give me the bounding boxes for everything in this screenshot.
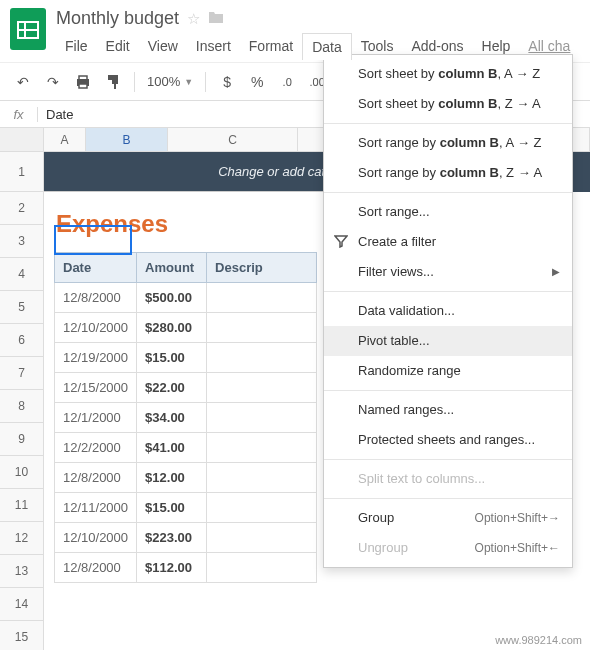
cell-description[interactable] [207,463,317,493]
sheets-logo-icon [10,8,46,50]
table-row[interactable]: 12/10/2000$223.00 [55,523,317,553]
menu-filter-views[interactable]: Filter views... ▶ [324,257,572,287]
cell-date[interactable]: 12/11/2000 [55,493,137,523]
paint-format-icon[interactable] [100,69,126,95]
menu-group[interactable]: Group Option+Shift+→ [324,503,572,533]
menu-data-validation[interactable]: Data validation... [324,296,572,326]
row-header[interactable]: 11 [0,489,44,522]
row-header[interactable]: 4 [0,258,44,291]
table-row[interactable]: 12/11/2000$15.00 [55,493,317,523]
col-header-b[interactable]: B [86,128,168,151]
redo-icon[interactable]: ↷ [40,69,66,95]
star-icon[interactable]: ☆ [187,10,200,28]
cell-date[interactable]: 12/15/2000 [55,373,137,403]
menu-edit[interactable]: Edit [97,33,139,60]
table-row[interactable]: 12/8/2000$500.00 [55,283,317,313]
th-date[interactable]: Date [55,253,137,283]
menu-sort-range[interactable]: Sort range... [324,197,572,227]
svg-rect-5 [79,76,87,80]
menu-sort-sheet-za[interactable]: Sort sheet by column B, Z → A [324,89,572,119]
cell-date[interactable]: 12/10/2000 [55,313,137,343]
col-header-c[interactable]: C [168,128,298,151]
cell-date[interactable]: 12/8/2000 [55,463,137,493]
menu-data[interactable]: Data [302,33,352,60]
cell-amount[interactable]: $15.00 [137,493,207,523]
menu-named-ranges[interactable]: Named ranges... [324,395,572,425]
document-title[interactable]: Monthly budget [56,8,179,29]
undo-icon[interactable]: ↶ [10,69,36,95]
menu-randomize-range[interactable]: Randomize range [324,356,572,386]
row-header[interactable]: 8 [0,390,44,423]
th-description[interactable]: Descrip [207,253,317,283]
data-menu-dropdown: Sort sheet by column B, A → Z Sort sheet… [323,54,573,568]
cell-amount[interactable]: $41.00 [137,433,207,463]
row-header[interactable]: 3 [0,225,44,258]
cell-amount[interactable]: $112.00 [137,553,207,583]
cell-amount[interactable]: $280.00 [137,313,207,343]
menu-insert[interactable]: Insert [187,33,240,60]
menu-pivot-table[interactable]: Pivot table... [324,326,572,356]
cell-description[interactable] [207,493,317,523]
menu-sort-range-za[interactable]: Sort range by column B, Z → A [324,158,572,188]
row-header[interactable]: 1 [0,152,44,192]
filter-icon [334,234,348,253]
row-header[interactable]: 9 [0,423,44,456]
cell-date[interactable]: 12/1/2000 [55,403,137,433]
cell-amount[interactable]: $500.00 [137,283,207,313]
row-header[interactable]: 5 [0,291,44,324]
row-header[interactable]: 2 [0,192,44,225]
row-header[interactable]: 14 [0,588,44,621]
row-header[interactable]: 15 [0,621,44,650]
menu-file[interactable]: File [56,33,97,60]
menu-split-text: Split text to columns... [324,464,572,494]
cell-date[interactable]: 12/8/2000 [55,553,137,583]
cell-amount[interactable]: $223.00 [137,523,207,553]
format-percent-icon[interactable]: % [244,69,270,95]
cell-description[interactable] [207,553,317,583]
cell-date[interactable]: 12/10/2000 [55,523,137,553]
shortcut-label: Option+Shift+→ [475,509,560,527]
row-header[interactable]: 6 [0,324,44,357]
format-currency-icon[interactable]: $ [214,69,240,95]
cell-description[interactable] [207,343,317,373]
cell-amount[interactable]: $34.00 [137,403,207,433]
col-header-a[interactable]: A [44,128,86,151]
cell-amount[interactable]: $22.00 [137,373,207,403]
table-row[interactable]: 12/8/2000$12.00 [55,463,317,493]
table-row[interactable]: 12/2/2000$41.00 [55,433,317,463]
folder-icon[interactable] [208,10,224,27]
menu-view[interactable]: View [139,33,187,60]
menu-sort-range-az[interactable]: Sort range by column B, A → Z [324,128,572,158]
cell-description[interactable] [207,313,317,343]
cell-date[interactable]: 12/2/2000 [55,433,137,463]
cell-date[interactable]: 12/8/2000 [55,283,137,313]
th-amount[interactable]: Amount [137,253,207,283]
select-all-corner[interactable] [0,128,44,151]
cell-description[interactable] [207,433,317,463]
menu-format[interactable]: Format [240,33,302,60]
svg-rect-6 [79,84,87,88]
cell-description[interactable] [207,403,317,433]
cell-amount[interactable]: $12.00 [137,463,207,493]
cell-date[interactable]: 12/19/2000 [55,343,137,373]
decrease-decimal-icon[interactable]: .0 [274,69,300,95]
table-row[interactable]: 12/15/2000$22.00 [55,373,317,403]
cell-description[interactable] [207,283,317,313]
row-header[interactable]: 7 [0,357,44,390]
cell-amount[interactable]: $15.00 [137,343,207,373]
menu-sort-sheet-az[interactable]: Sort sheet by column B, A → Z [324,59,572,89]
cell-description[interactable] [207,523,317,553]
table-row[interactable]: 12/1/2000$34.00 [55,403,317,433]
cell-description[interactable] [207,373,317,403]
menu-protected-ranges[interactable]: Protected sheets and ranges... [324,425,572,455]
table-row[interactable]: 12/8/2000$112.00 [55,553,317,583]
shortcut-label: Option+Shift+← [475,539,560,557]
row-header[interactable]: 13 [0,555,44,588]
table-row[interactable]: 12/10/2000$280.00 [55,313,317,343]
print-icon[interactable] [70,69,96,95]
table-row[interactable]: 12/19/2000$15.00 [55,343,317,373]
row-header[interactable]: 10 [0,456,44,489]
menu-create-filter[interactable]: Create a filter [324,227,572,257]
row-header[interactable]: 12 [0,522,44,555]
zoom-select[interactable]: 100%▼ [143,74,197,89]
